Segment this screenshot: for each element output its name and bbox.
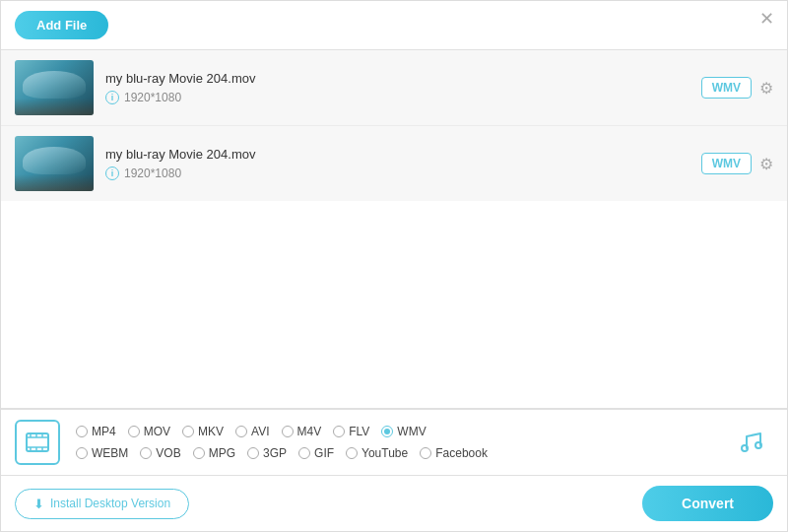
file-thumbnail: [15, 136, 94, 191]
add-file-button[interactable]: Add File: [15, 11, 108, 39]
format-option-facebook[interactable]: Facebook: [414, 444, 493, 462]
table-row: my blu-ray Movie 204.mov i 1920*1080 WMV…: [1, 50, 787, 126]
radio-wmv[interactable]: [381, 426, 393, 437]
radio-youtube[interactable]: [346, 447, 358, 459]
info-icon[interactable]: i: [105, 91, 119, 104]
film-icon: [25, 430, 50, 455]
gear-icon[interactable]: ⚙: [759, 155, 773, 173]
install-desktop-button[interactable]: ⬇ Install Desktop Version: [15, 489, 189, 519]
app-window: Add File ✕ my blu-ray Movie 204.mov i 19…: [0, 0, 788, 532]
radio-vob[interactable]: [140, 447, 152, 459]
file-name: my blu-ray Movie 204.mov: [105, 147, 690, 162]
format-badge[interactable]: WMV: [701, 153, 752, 174]
file-info: my blu-ray Movie 204.mov i 1920*1080: [94, 147, 701, 180]
svg-point-10: [755, 442, 761, 448]
file-name: my blu-ray Movie 204.mov: [105, 71, 690, 86]
format-option-mp4[interactable]: MP4: [70, 423, 122, 440]
file-list: my blu-ray Movie 204.mov i 1920*1080 WMV…: [1, 49, 787, 409]
svg-point-9: [742, 445, 748, 451]
header-bar: Add File ✕: [1, 1, 787, 49]
format-option-mpg[interactable]: MPG: [187, 444, 241, 462]
gear-icon[interactable]: ⚙: [759, 79, 773, 98]
file-meta: i 1920*1080: [105, 91, 690, 104]
radio-gif[interactable]: [298, 447, 310, 459]
audio-format-icon-box[interactable]: [728, 420, 773, 465]
file-resolution: 1920*1080: [124, 166, 181, 180]
file-meta: i 1920*1080: [105, 166, 690, 180]
radio-m4v[interactable]: [282, 426, 294, 437]
radio-mov[interactable]: [128, 426, 140, 437]
radio-webm[interactable]: [76, 447, 88, 459]
format-option-3gp[interactable]: 3GP: [241, 444, 293, 462]
format-option-avi[interactable]: AVI: [230, 423, 275, 440]
format-option-webm[interactable]: WEBM: [70, 444, 134, 462]
format-badge[interactable]: WMV: [701, 77, 752, 99]
file-thumbnail: [15, 60, 94, 115]
format-option-youtube[interactable]: YouTube: [340, 444, 414, 462]
format-row-2: WEBM VOB MPG 3GP GIF: [70, 444, 718, 462]
format-options-grid: MP4 MOV MKV AVI M4V: [70, 423, 718, 462]
convert-button[interactable]: Convert: [642, 486, 773, 521]
video-format-icon-box[interactable]: [15, 420, 60, 465]
format-option-mkv[interactable]: MKV: [176, 423, 230, 440]
format-option-gif[interactable]: GIF: [293, 444, 340, 462]
close-button[interactable]: ✕: [759, 10, 774, 28]
bottom-bar: ⬇ Install Desktop Version Convert: [1, 475, 787, 531]
file-actions: WMV ⚙: [701, 77, 773, 99]
format-option-mov[interactable]: MOV: [122, 423, 176, 440]
radio-mp4[interactable]: [76, 426, 88, 437]
radio-flv[interactable]: [333, 426, 345, 437]
radio-mkv[interactable]: [182, 426, 194, 437]
format-option-vob[interactable]: VOB: [134, 444, 186, 462]
file-info: my blu-ray Movie 204.mov i 1920*1080: [94, 71, 701, 104]
music-note-icon: [737, 429, 764, 456]
file-resolution: 1920*1080: [124, 91, 181, 104]
download-icon: ⬇: [33, 497, 44, 511]
install-label: Install Desktop Version: [50, 497, 170, 510]
table-row: my blu-ray Movie 204.mov i 1920*1080 WMV…: [1, 126, 787, 201]
radio-3gp[interactable]: [247, 447, 259, 459]
format-option-flv[interactable]: FLV: [327, 423, 375, 440]
info-icon[interactable]: i: [105, 166, 119, 180]
format-option-m4v[interactable]: M4V: [276, 423, 328, 440]
radio-avi[interactable]: [235, 426, 247, 437]
format-panel: MP4 MOV MKV AVI M4V: [1, 409, 787, 475]
file-actions: WMV ⚙: [701, 153, 773, 174]
radio-facebook[interactable]: [420, 447, 431, 459]
radio-mpg[interactable]: [193, 447, 205, 459]
format-row-1: MP4 MOV MKV AVI M4V: [70, 423, 718, 440]
format-option-wmv[interactable]: WMV: [375, 423, 431, 440]
